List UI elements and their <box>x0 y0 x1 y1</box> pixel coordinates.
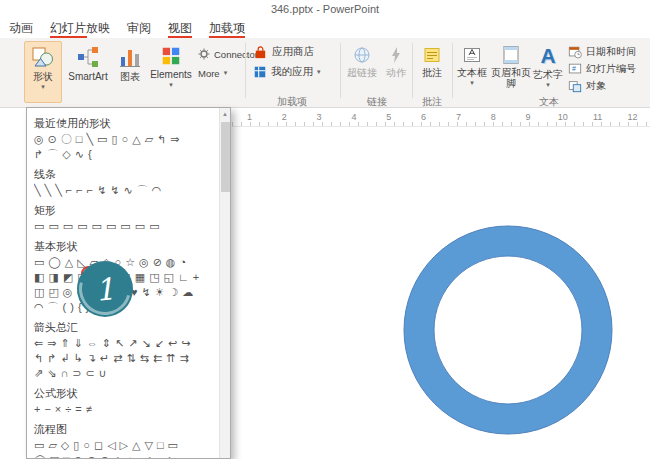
connector-button[interactable]: Connector <box>198 46 258 62</box>
shape-row[interactable]: ▭◯△◺▱◇○☆◎⊘◍◔ <box>34 255 216 270</box>
smartart-button[interactable]: SmartArt <box>64 41 112 103</box>
ribbon-group-label-links: 链接 <box>342 95 412 109</box>
app-store-button[interactable]: 应用商店 <box>253 44 314 60</box>
slide-canvas[interactable] <box>232 127 650 459</box>
tab-review[interactable]: 审阅 <box>127 19 151 38</box>
ruler-number: 5 <box>371 111 406 126</box>
more-button[interactable]: More ▾ <box>198 65 227 81</box>
ruler-numbers: 123456789101112 <box>232 111 650 126</box>
textbox-icon <box>462 45 482 65</box>
ribbon-separator <box>452 43 453 98</box>
panel-scrollbar[interactable]: ▲ <box>219 108 230 458</box>
shapes-icon <box>31 45 55 69</box>
shape-category-title: 公式形状 <box>34 387 216 400</box>
shapes-label: 形状 <box>33 71 53 82</box>
wordart-icon: A <box>540 45 555 67</box>
slide-number-button[interactable]: # 幻灯片编号 <box>568 61 636 76</box>
shape-row[interactable]: ╲╲╲⌐⌐⌐↯↯∿⌒◠ <box>34 183 216 198</box>
chart-icon <box>118 45 142 69</box>
textbox-label: 文本框 <box>457 67 487 78</box>
shape-row[interactable]: ⇐⇒⇑⇓⇔⇕↖↗↘↙↩↪ <box>34 336 216 351</box>
menu-bar: 动画 幻灯片放映 审阅 视图 加载项 <box>0 18 650 38</box>
datetime-button[interactable]: 日期和时间 <box>568 44 636 59</box>
ruler-number: 12 <box>615 111 650 126</box>
shape-category-arrows: 箭头总汇 ⇐⇒⇑⇓⇔⇕↖↗↘↙↩↪ ↰↱↲↳↴↵⇄⇅⇆⇇⇈⇉ ⇗⇘∩⊃⊂∪ <box>34 321 216 381</box>
ruler-number: 10 <box>545 111 580 126</box>
dropdown-caret-icon: ▾ <box>224 69 228 77</box>
ruler-number: 8 <box>476 111 511 126</box>
shape-category-title: 矩形 <box>34 204 216 217</box>
globe-icon <box>352 45 372 65</box>
header-footer-button[interactable]: 页眉和页脚 <box>490 41 532 103</box>
tab-animation[interactable]: 动画 <box>9 19 33 38</box>
shape-row[interactable]: ◎⊙〇□╲▭▯○△▱↰⇒ <box>34 132 216 147</box>
action-button[interactable]: 动作 <box>382 41 410 103</box>
hyperlink-label: 超链接 <box>347 67 377 78</box>
powerpoint-window: 346.pptx - PowerPoint 动画 幻灯片放映 审阅 视图 加载项… <box>0 0 650 459</box>
my-apps-button[interactable]: 我的应用 ▾ <box>253 64 321 80</box>
ruler-number: 4 <box>336 111 371 126</box>
tab-slideshow[interactable]: 幻灯片放映 <box>50 19 110 38</box>
lightning-icon <box>386 45 406 65</box>
datetime-label: 日期和时间 <box>586 45 636 59</box>
more-label: More <box>198 68 220 79</box>
donut-shape[interactable] <box>402 224 614 436</box>
elements-icon <box>160 45 182 67</box>
shape-row[interactable]: ↰↱↲↳↴↵⇄⇅⇆⇇⇈⇉ <box>34 351 216 366</box>
comment-button[interactable]: 批注 <box>416 41 448 103</box>
chart-button[interactable]: 图表 <box>114 41 146 103</box>
scroll-up-icon[interactable]: ▲ <box>220 108 230 120</box>
dropdown-caret-icon: ▾ <box>317 68 321 76</box>
shape-row[interactable]: +−×÷=≠ <box>34 402 216 417</box>
shape-category-title: 线条 <box>34 168 216 181</box>
my-apps-icon <box>253 65 267 79</box>
comment-note-icon <box>422 45 442 65</box>
slide-number-icon: # <box>568 62 582 76</box>
shape-row[interactable]: ⇗⇘∩⊃⊂∪ <box>34 366 216 381</box>
ruler-number: 9 <box>511 111 546 126</box>
shape-category-equation: 公式形状 +−×÷=≠ <box>34 387 216 417</box>
shape-row[interactable]: ▭▭▭▭▭▭▭▭▭ <box>34 219 216 234</box>
window-title: 346.pptx - PowerPoint <box>271 3 379 15</box>
shape-category-title: 基本形状 <box>34 240 216 253</box>
step-badge: 1 <box>77 261 133 317</box>
textbox-button[interactable]: 文本框 ▾ <box>454 41 490 103</box>
dropdown-caret-icon: ▾ <box>41 84 45 90</box>
shape-category-title: 箭头总汇 <box>34 321 216 334</box>
header-footer-label: 页眉和页脚 <box>491 67 531 89</box>
shape-row[interactable]: ▭▱◇▯○◻◁▷△▽□▭ <box>34 438 216 453</box>
shape-row[interactable]: ↱⌒◇∿{ <box>34 147 216 162</box>
scrollbar-thumb[interactable] <box>221 122 230 192</box>
shape-category-lines: 线条 ╲╲╲⌐⌐⌐↯↯∿⌒◠ <box>34 168 216 198</box>
tab-view[interactable]: 视图 <box>168 19 192 38</box>
shape-category-title: 最近使用的形状 <box>34 117 216 130</box>
elements-label: Elements <box>150 69 192 80</box>
tab-addins[interactable]: 加载项 <box>209 19 245 38</box>
shape-category-flowchart: 流程图 ▭▱◇▯○◻◁▷△▽□▭ ◯▽□◎⊕⊗◇△○▷◁▭ <box>34 423 216 459</box>
object-icon <box>568 79 582 93</box>
title-bar: 346.pptx - PowerPoint <box>0 0 650 18</box>
ruler-number: 11 <box>580 111 615 126</box>
shapes-button[interactable]: 形状 ▾ <box>24 41 62 103</box>
header-footer-icon <box>501 45 521 65</box>
ribbon-separator <box>245 43 246 98</box>
slide-number-label: 幻灯片编号 <box>586 62 636 76</box>
app-store-label: 应用商店 <box>272 45 314 59</box>
ribbon-separator <box>412 43 413 98</box>
smartart-icon <box>76 45 100 69</box>
store-bag-icon <box>253 45 268 60</box>
dropdown-caret-icon: ▾ <box>470 80 474 86</box>
action-label: 动作 <box>386 67 406 78</box>
gear-icon <box>198 48 210 60</box>
ruler: 123456789101112 <box>232 111 650 127</box>
elements-button[interactable]: Elements ▾ <box>148 41 194 103</box>
wordart-button[interactable]: A 艺术字 ▾ <box>532 41 564 103</box>
ruler-number: 2 <box>267 111 302 126</box>
hyperlink-button[interactable]: 超链接 <box>344 41 380 103</box>
shape-row[interactable]: ◯▽□◎⊕⊗◇△○▷◁▭ <box>34 453 216 459</box>
ruler-number: 7 <box>441 111 476 126</box>
ruler-number: 3 <box>302 111 337 126</box>
object-button[interactable]: 对象 <box>568 78 606 93</box>
wordart-label: 艺术字 <box>533 69 563 80</box>
ribbon-group-label-text: 文本 <box>454 95 644 109</box>
